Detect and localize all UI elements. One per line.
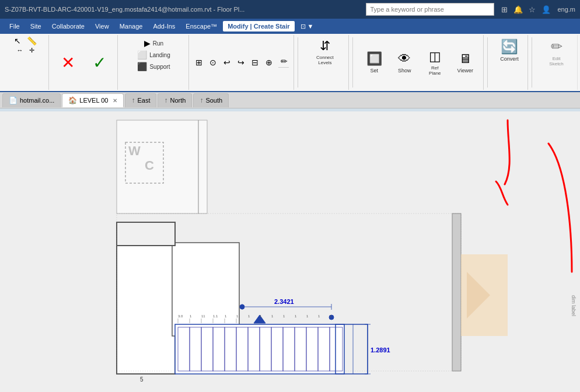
ribbon-group-connect: ⇵ Connect Levels — [302, 35, 349, 90]
svg-text:5: 5 — [140, 376, 144, 383]
menu-bar: File Site Collaborate View Manage Add-In… — [0, 19, 580, 34]
tab-north-label: North — [170, 97, 186, 104]
ribbon-divider-2 — [352, 37, 353, 88]
menu-addins[interactable]: Add-Ins — [148, 21, 180, 32]
ribbon-btn-cancel[interactable]: ✕ — [54, 51, 82, 75]
svg-rect-2 — [117, 120, 207, 214]
tab-north[interactable]: ↑ North — [158, 93, 192, 107]
svg-text:1.2891: 1.2891 — [371, 346, 390, 354]
star-icon[interactable]: ☆ — [527, 4, 537, 15]
menu-view[interactable]: View — [90, 21, 114, 32]
ribbon-group-stair-tools: ⊞ ⊙ ↩ ↪ ⊟ ⊕ ✏ — [190, 35, 294, 90]
tab-east-label: East — [137, 97, 150, 104]
ribbon-btn-set[interactable]: 🔲 Set — [360, 49, 388, 76]
ribbon-btn-support[interactable]: ⬛ Support — [135, 62, 173, 71]
ribbon-btn-measure[interactable]: 📏 — [25, 36, 39, 46]
ribbon-btn-dimension[interactable]: ↔ — [15, 47, 26, 54]
svg-text:dim label: dim label — [571, 295, 576, 316]
svg-text:3.0: 3.0 — [178, 314, 183, 318]
menu-enscape[interactable]: Enscape™ — [181, 21, 222, 32]
tab-south-icon: ↑ — [200, 96, 203, 104]
svg-text:W: W — [128, 144, 141, 158]
ribbon-btn-convert[interactable]: 🔄 Convert — [495, 36, 523, 64]
user-icon[interactable]: 👤 — [541, 4, 551, 15]
tab-east[interactable]: ↑ East — [125, 93, 156, 107]
title-bar-icons: ⊞ 🔔 ☆ 👤 eng.m — [499, 4, 575, 15]
menu-site[interactable]: Site — [26, 21, 46, 32]
ribbon-group-components: ▶ Run ⬜ Landing ⬛ Support — [119, 35, 189, 90]
canvas-area[interactable]: W C — [0, 108, 580, 392]
ribbon-btn-tool5[interactable]: ⊟ — [249, 58, 261, 67]
svg-rect-8 — [172, 243, 239, 336]
drawing-canvas: W C — [0, 108, 580, 392]
ribbon-btn-show[interactable]: 👁 Show — [390, 49, 418, 76]
ribbon-group-view-tools: 🔲 Set 👁 Show ◫ Ref Plane 🖥 Viewer — [357, 35, 484, 90]
svg-text:2.3421: 2.3421 — [274, 298, 294, 305]
ribbon-btn-tool4[interactable]: ↪ — [235, 58, 247, 67]
ribbon-btn-tool1[interactable]: ⊞ — [193, 58, 205, 67]
svg-rect-64 — [0, 108, 580, 111]
menu-context[interactable]: ⊡ ▼ — [296, 21, 319, 32]
tab-level00[interactable]: 🏠 LEVEL 00 ✕ — [62, 93, 124, 107]
svg-text:1.1: 1.1 — [213, 314, 218, 318]
ribbon-btn-tool2[interactable]: ⊙ — [207, 58, 219, 67]
bell-icon[interactable]: 🔔 — [513, 4, 523, 15]
tab-east-icon: ↑ — [131, 96, 135, 104]
user-name: eng.m — [557, 6, 575, 13]
ribbon-divider-4 — [532, 37, 532, 88]
ribbon-btn-move[interactable]: ✛ — [27, 47, 37, 54]
title-bar: S-Z07B-RVT-BLD-ARC-420001-V19_eng.mostaf… — [0, 0, 580, 19]
ribbon-btn-arrow[interactable]: ↖ — [12, 36, 23, 46]
menu-modify-create-stair[interactable]: Modify | Create Stair — [223, 21, 294, 32]
ribbon-group-convert: 🔄 Convert — [491, 35, 529, 90]
window-title: S-Z07B-RVT-BLD-ARC-420001-V19_eng.mostaf… — [5, 6, 366, 13]
tabs-row: 📄 hotmail.co... 🏠 LEVEL 00 ✕ ↑ East ↑ No… — [0, 92, 580, 108]
ribbon-group-quickaccess: ↖ 📏 ↔ ✛ — [2, 35, 49, 90]
ribbon-divider-3 — [487, 37, 488, 88]
ribbon-btn-tool3[interactable]: ↩ — [221, 58, 233, 67]
svg-text:11: 11 — [201, 314, 205, 318]
ribbon-btn-tool6[interactable]: ⊕ — [263, 58, 275, 67]
grid-icon[interactable]: ⊞ — [499, 4, 509, 15]
svg-point-34 — [240, 304, 244, 309]
ribbon-btn-run[interactable]: ▶ Run — [135, 38, 173, 48]
ribbon-btn-landing[interactable]: ⬜ Landing — [135, 50, 173, 60]
search-input[interactable] — [370, 6, 481, 13]
ribbon-group-finish: ✕ ✓ — [50, 35, 118, 90]
tab-south[interactable]: ↑ South — [193, 93, 229, 107]
ribbon-btn-viewer[interactable]: 🖥 Viewer — [451, 49, 479, 76]
tab-hotmail-label: hotmail.co... — [20, 97, 54, 104]
tab-hotmail-icon: 📄 — [9, 96, 18, 104]
ribbon: ↖ 📏 ↔ ✛ ✕ ✓ ▶ Run — [0, 34, 580, 92]
menu-manage[interactable]: Manage — [115, 21, 148, 32]
ribbon-btn-ref-plane[interactable]: ◫ Ref Plane — [421, 47, 449, 78]
tab-hotmail[interactable]: 📄 hotmail.co... — [2, 93, 61, 107]
ribbon-btn-pencil[interactable]: ✏ — [278, 57, 290, 66]
ribbon-divider-1 — [298, 37, 298, 88]
svg-rect-9 — [117, 222, 175, 246]
ribbon-btn-finish[interactable]: ✓ — [85, 51, 113, 75]
ribbon-btn-edit-sketch: ✏ Edit Sketch — [540, 36, 572, 69]
tab-level00-label: LEVEL 00 — [79, 97, 108, 104]
ribbon-btn-connect-levels[interactable]: ⇵ Connect Levels — [306, 36, 344, 68]
menu-file[interactable]: File — [5, 21, 25, 32]
tab-level00-close[interactable]: ✕ — [113, 97, 117, 104]
tab-south-label: South — [205, 97, 222, 104]
menu-collaborate[interactable]: Collaborate — [47, 21, 89, 32]
svg-rect-11 — [452, 214, 461, 371]
svg-text:C: C — [145, 158, 154, 173]
search-box[interactable] — [366, 3, 494, 16]
tab-north-icon: ↑ — [164, 96, 167, 104]
ribbon-group-edit-sketch: ✏ Edit Sketch — [536, 35, 578, 90]
tab-level00-icon: 🏠 — [68, 96, 77, 104]
